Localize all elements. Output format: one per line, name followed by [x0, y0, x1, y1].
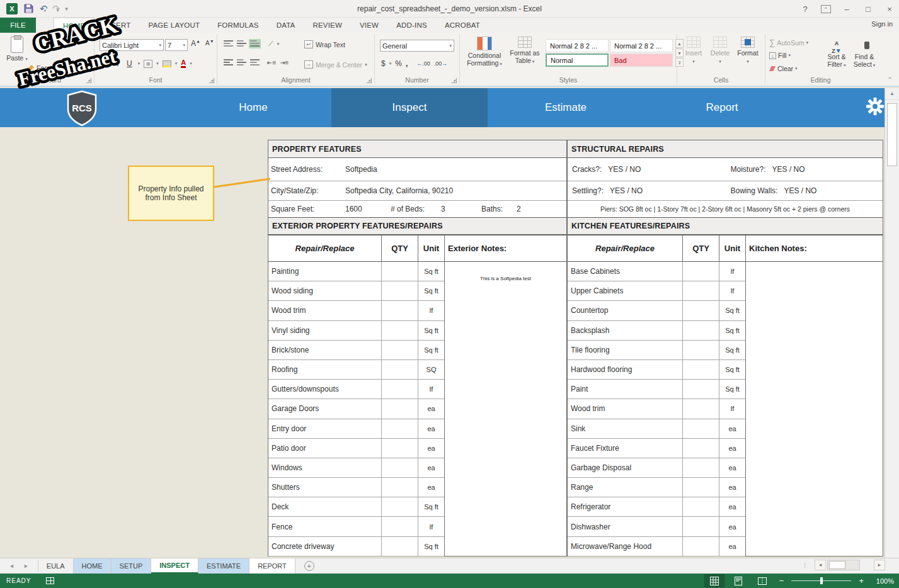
scroll-left-icon[interactable]: ◄ [815, 560, 826, 570]
unit-cell[interactable]: Sq ft [719, 380, 746, 399]
tab-acrobat[interactable]: ACROBAT [436, 18, 489, 33]
repair-item-cell[interactable]: Tile flooring [568, 341, 683, 359]
vertical-scroll-thumb[interactable] [887, 103, 897, 166]
font-color-icon[interactable]: A [181, 59, 186, 68]
unit-cell[interactable]: ea [418, 458, 445, 477]
format-cells-button[interactable]: Format▾ [734, 37, 762, 64]
repair-item-cell[interactable]: Faucet Fixture [568, 439, 683, 458]
qty-cell[interactable] [683, 537, 719, 556]
unit-cell[interactable]: Sq ft [719, 341, 746, 359]
unit-cell[interactable]: lf [719, 281, 746, 300]
unit-cell[interactable]: ea [719, 439, 746, 458]
qty-cell[interactable] [683, 458, 719, 477]
repair-item-cell[interactable]: Range [568, 478, 683, 497]
unit-cell[interactable]: ea [418, 478, 445, 497]
bowing-walls-value[interactable]: YES / NO [784, 186, 816, 195]
zoom-in-icon[interactable]: + [856, 576, 866, 585]
qty-cell[interactable] [683, 517, 719, 536]
repair-item-cell[interactable]: Deck [268, 497, 382, 516]
close-button[interactable]: × [884, 4, 895, 14]
chevron-down-icon[interactable]: ▾ [57, 8, 59, 13]
repair-item-cell[interactable]: Wood siding [268, 281, 382, 300]
qty-cell[interactable] [382, 439, 418, 458]
sheet-tab-report[interactable]: REPORT [249, 558, 295, 574]
fill-color-icon[interactable] [163, 60, 171, 67]
repair-item-cell[interactable]: Fence [268, 517, 382, 536]
delete-cells-button[interactable]: Delete▾ [707, 37, 733, 64]
unit-cell[interactable]: SQ [418, 360, 445, 379]
percent-icon[interactable]: % [395, 59, 402, 68]
repair-item-cell[interactable]: Base Cabinets [568, 262, 683, 281]
qty-cell[interactable] [382, 419, 418, 438]
repair-item-cell[interactable]: Paint [568, 380, 683, 399]
collapse-ribbon-icon[interactable]: ⌃ [888, 76, 893, 83]
tab-insert[interactable]: INSERT [94, 18, 139, 33]
style-chip-bad[interactable]: Bad [610, 54, 673, 67]
settling-value[interactable]: YES / NO [610, 186, 643, 195]
street-address-row[interactable]: Street Address: Softpedia [268, 158, 566, 181]
size-row[interactable]: Square Feet: 1600 # of Beds: 3 Baths: 2 [268, 201, 566, 217]
style-chip[interactable]: Normal 2 8 2 ... [610, 39, 673, 52]
repair-item-cell[interactable]: Wood trim [268, 301, 382, 320]
unit-cell[interactable]: ea [418, 419, 445, 438]
repair-item-cell[interactable]: Hardwood flooring [568, 360, 683, 379]
help-button[interactable]: ? [799, 4, 811, 14]
sheet-tab-home[interactable]: HOME [74, 558, 112, 574]
repair-item-cell[interactable]: Upper Cabinets [568, 281, 683, 300]
font-size-combo[interactable]: 7▾ [165, 39, 188, 51]
new-sheet-icon[interactable]: + [304, 561, 314, 571]
chevron-down-icon[interactable]: ▾ [138, 61, 140, 66]
tab-page-layout[interactable]: PAGE LAYOUT [139, 18, 209, 33]
qty-cell[interactable] [382, 399, 418, 418]
qty-cell[interactable] [382, 380, 418, 399]
vertical-scrollbar[interactable]: ▲ [885, 88, 899, 558]
qty-cell[interactable] [382, 458, 418, 477]
unit-cell[interactable]: ea [719, 458, 746, 477]
qty-cell[interactable] [382, 517, 418, 536]
nav-tab-report[interactable]: Report [644, 88, 800, 127]
qty-cell[interactable] [382, 281, 418, 300]
sheet-prev-icon[interactable]: ◄ [9, 563, 14, 569]
unit-cell[interactable]: Sq ft [719, 301, 746, 320]
dialog-launcher-icon[interactable] [367, 78, 372, 83]
zoom-slider[interactable] [791, 580, 851, 581]
repair-item-cell[interactable]: Vinyl siding [268, 321, 382, 340]
scroll-right-icon[interactable]: ► [874, 560, 885, 570]
nav-tab-home[interactable]: Home [175, 88, 331, 127]
tab-add-ins[interactable]: ADD-INS [387, 18, 436, 33]
unit-cell[interactable]: ea [418, 439, 445, 458]
street-address-value[interactable]: Softpedia [345, 165, 377, 174]
unit-cell[interactable]: Sq ft [418, 497, 445, 516]
decrease-decimal-icon[interactable]: .00→ [434, 60, 448, 67]
decrease-indent-icon[interactable]: ⇤≡ [267, 59, 276, 66]
repair-item-cell[interactable]: Countertop [568, 301, 683, 320]
page-break-view-button[interactable] [753, 575, 772, 587]
cracks-value[interactable]: YES / NO [608, 165, 641, 174]
sheet-tab-setup[interactable]: SETUP [112, 558, 152, 574]
unit-cell[interactable]: Sq ft [418, 537, 445, 556]
ribbon-display-options-icon[interactable]: ^ [821, 5, 831, 13]
unit-cell[interactable]: lf [418, 301, 445, 320]
clear-button[interactable]: Clear ▾ [769, 65, 798, 72]
zoom-out-icon[interactable]: − [777, 576, 787, 585]
save-icon[interactable] [24, 4, 33, 13]
qty-cell[interactable] [382, 301, 418, 320]
scroll-up-icon[interactable]: ▲ [885, 88, 899, 100]
increase-decimal-icon[interactable]: ←.00 [416, 60, 430, 67]
unit-cell[interactable]: ea [719, 497, 746, 516]
city-state-zip-row[interactable]: City/State/Zip: Softpedia City, Californ… [268, 181, 566, 201]
unit-cell[interactable]: Sq ft [418, 281, 445, 300]
tab-formulas[interactable]: FORMULAS [209, 18, 268, 33]
repair-item-cell[interactable]: Garage Doors [268, 399, 382, 418]
qty-cell[interactable] [683, 262, 719, 281]
repair-item-cell[interactable]: Garbage Disposal [568, 458, 683, 477]
beds-value[interactable]: 3 [441, 205, 481, 213]
repair-item-cell[interactable]: Windows [268, 458, 382, 477]
splitter-dots-icon[interactable]: ⋮ [802, 562, 808, 568]
qty-cell[interactable] [382, 262, 418, 281]
unit-cell[interactable]: ea [418, 399, 445, 418]
nav-tab-inspect[interactable]: Inspect [331, 88, 488, 127]
borders-icon[interactable]: ⊞ [144, 60, 152, 68]
normal-view-button[interactable] [705, 575, 724, 587]
repair-item-cell[interactable]: Roofing [268, 360, 382, 379]
